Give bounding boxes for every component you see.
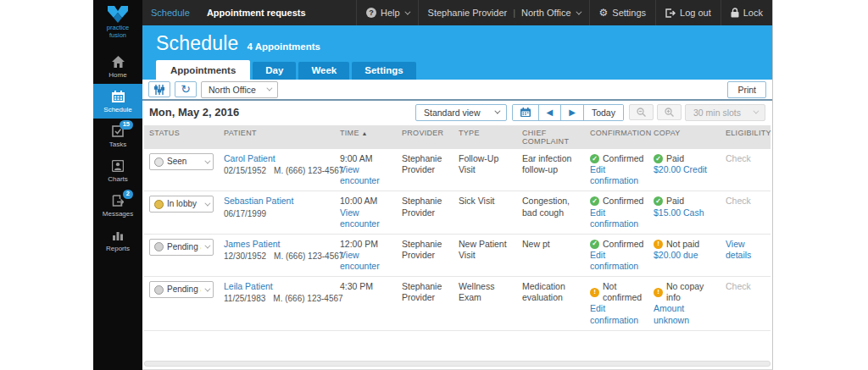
refresh-icon: ↻ [181,83,191,95]
page-title: Schedule [156,32,239,55]
appointment-time: 10:00 AM [340,196,396,207]
copay-amount-link[interactable]: $20.00 due [654,250,698,261]
col-status: STATUS [149,129,224,146]
appointment-time: 9:00 AM [340,153,396,164]
practice-fusion-logo[interactable]: practice fusion [106,0,130,42]
logout-label: Log out [680,8,711,18]
sidebar-item-label: Schedule [103,106,131,113]
copay-amount-link[interactable]: $20.00 Credit [654,164,707,175]
slot-size-dropdown[interactable]: 30 min slots [685,104,765,121]
tasks-badge: 15 [120,120,133,129]
top-bar: Schedule Appointment requests ? Help Ste… [142,0,772,25]
settings-button[interactable]: ⚙ Settings [589,0,656,25]
copay-status: Paid [654,153,720,164]
status-dropdown[interactable]: Seen [149,153,214,170]
patient-name-link[interactable]: Sebastian Patient [224,196,293,207]
not-paid-icon [654,240,663,249]
copay-amount-link[interactable]: $15.00 Cash [654,207,704,218]
patient-name-link[interactable]: James Patient [224,239,281,250]
date-nav-group: ◀ ▶ Today [512,104,624,121]
status-dot-icon [154,200,164,209]
edit-confirmation-link[interactable]: Edit confirmation [590,207,648,229]
copay-amount-link[interactable]: Amount unknown [654,303,720,325]
user-office-menu[interactable]: Stephanie Provider | North Office [418,0,589,25]
home-icon [112,56,125,68]
sidebar-item-tasks[interactable]: 15 Tasks [93,119,142,153]
sidebar-item-home[interactable]: Home [93,49,142,84]
message-icon [112,195,124,207]
col-time[interactable]: TIME ▲ [340,129,402,146]
view-dropdown[interactable]: Standard view [415,104,507,121]
appointment-count: 4 Appointments [248,41,320,52]
help-menu[interactable]: ? Help [356,0,418,25]
provider-name: Stephanie Provider [402,239,459,272]
status-dropdown[interactable]: Pending a... [149,281,214,298]
sidebar: practice fusion Home Schedule [93,0,142,370]
topnav-schedule[interactable]: Schedule [142,0,198,25]
view-encounter-link[interactable]: View encounter [340,207,396,229]
print-button[interactable]: Print [727,81,766,98]
tab-week[interactable]: Week [298,62,349,80]
tab-day[interactable]: Day [253,62,296,80]
eligibility-action[interactable]: View details [726,239,751,260]
sidebar-item-schedule[interactable]: Schedule [93,84,142,119]
refresh-button[interactable]: ↻ [175,81,197,97]
eligibility-action[interactable]: Check [726,196,751,206]
view-encounter-link[interactable]: View encounter [340,250,396,272]
eligibility-action[interactable]: Check [726,281,751,291]
tab-appointments[interactable]: Appointments [156,60,250,80]
confirmed-icon [590,154,599,163]
office-dropdown-value: North Office [209,85,256,95]
visit-type: New Patient Visit [459,239,522,272]
next-arrow-icon: ▶ [569,108,576,117]
edit-confirmation-link[interactable]: Edit confirmation [590,164,648,186]
tab-settings[interactable]: Settings [352,62,415,80]
person-icon [112,160,124,172]
filter-button[interactable] [148,81,170,97]
sidebar-item-label: Reports [106,245,130,252]
patient-name-link[interactable]: Carol Patient [224,153,275,164]
status-dot-icon [154,157,164,167]
col-copay: COPAY [654,129,726,146]
logout-button[interactable]: Log out [655,0,721,25]
copay-status: No copay info [654,281,720,303]
zoom-out-button[interactable] [629,104,654,120]
empty-schedule-area [144,331,771,359]
sidebar-item-messages[interactable]: 2 Messages [93,188,142,223]
patient-name-link[interactable]: Leila Patient [224,281,273,292]
sidebar-item-reports[interactable]: Reports [93,223,142,257]
edit-confirmation-link[interactable]: Edit confirmation [590,303,648,325]
today-button[interactable]: Today [583,105,623,120]
lock-button[interactable]: Lock [721,0,772,25]
date-controls: Standard view ◀ ▶ Today [415,104,765,121]
appointment-time: 4:30 PM [340,281,396,292]
status-dropdown[interactable]: In lobby [149,196,214,213]
sidebar-item-charts[interactable]: Charts [93,153,142,188]
topnav-appointment-requests[interactable]: Appointment requests [198,0,314,25]
eligibility-action[interactable]: Check [726,153,751,163]
edit-confirmation-link[interactable]: Edit confirmation [590,250,648,272]
help-icon: ? [366,8,376,18]
col-confirmation: CONFIRMATION [590,129,654,146]
view-encounter-link[interactable]: View encounter [340,164,396,186]
calendar-picker-button[interactable] [513,105,538,120]
status-dropdown[interactable]: Pending a... [149,239,214,256]
zoom-in-button[interactable] [657,104,682,120]
office-dropdown[interactable]: North Office [201,81,278,98]
settings-label: Settings [612,8,646,18]
copay-status: Paid [654,196,720,207]
col-eligibility: ELIGIBILITY [726,129,771,146]
next-day-button[interactable]: ▶ [560,105,583,120]
prev-day-button[interactable]: ◀ [538,105,561,120]
horizontal-scrollbar[interactable] [144,361,771,367]
zoom-out-icon [637,108,646,117]
appointment-time: 12:00 PM [340,239,396,250]
current-date: Mon, May 2, 2016 [149,106,239,119]
provider-name: Stephanie Provider [402,196,459,229]
col-type: TYPE [459,129,522,146]
patient-details: 11/25/1983M. (666) 123-4567 [224,294,334,305]
user-name: Stephanie Provider [428,8,508,18]
top-bar-right: ? Help Stephanie Provider | North Office… [356,0,772,25]
confirmed-icon [590,240,599,249]
logout-icon [665,8,676,18]
